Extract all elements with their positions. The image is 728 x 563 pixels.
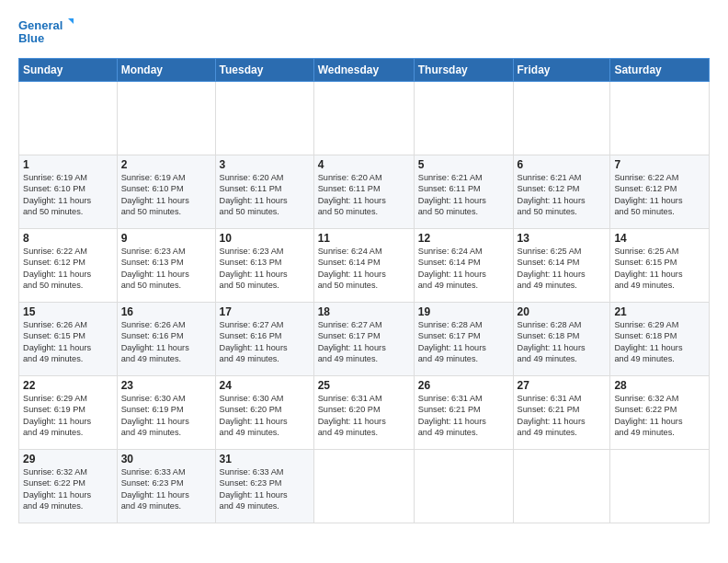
calendar-cell: 13Sunrise: 6:25 AM Sunset: 6:14 PM Dayli… xyxy=(513,229,610,303)
day-info: Sunrise: 6:32 AM Sunset: 6:22 PM Dayligh… xyxy=(23,466,113,512)
calendar-cell: 18Sunrise: 6:27 AM Sunset: 6:17 PM Dayli… xyxy=(313,303,414,376)
day-number: 9 xyxy=(121,232,211,245)
calendar-week-row: 8Sunrise: 6:22 AM Sunset: 6:12 PM Daylig… xyxy=(19,229,710,303)
day-info: Sunrise: 6:19 AM Sunset: 6:10 PM Dayligh… xyxy=(23,172,113,218)
day-number: 24 xyxy=(220,379,310,392)
day-number: 18 xyxy=(318,305,410,318)
calendar-cell: 8Sunrise: 6:22 AM Sunset: 6:12 PM Daylig… xyxy=(19,229,118,303)
calendar-week-row: 1Sunrise: 6:19 AM Sunset: 6:10 PM Daylig… xyxy=(19,155,710,229)
svg-text:Blue: Blue xyxy=(18,31,44,45)
day-info: Sunrise: 6:26 AM Sunset: 6:16 PM Dayligh… xyxy=(121,319,211,365)
calendar-table: SundayMondayTuesdayWednesdayThursdayFrid… xyxy=(18,58,710,523)
svg-marker-2 xyxy=(68,18,74,26)
day-number: 12 xyxy=(418,232,509,245)
day-info: Sunrise: 6:23 AM Sunset: 6:13 PM Dayligh… xyxy=(121,246,211,292)
calendar-header-row: SundayMondayTuesdayWednesdayThursdayFrid… xyxy=(19,59,710,82)
day-info: Sunrise: 6:24 AM Sunset: 6:14 PM Dayligh… xyxy=(418,246,509,292)
day-number: 23 xyxy=(121,379,211,392)
calendar-cell: 3Sunrise: 6:20 AM Sunset: 6:11 PM Daylig… xyxy=(215,155,313,229)
calendar-week-row: 15Sunrise: 6:26 AM Sunset: 6:15 PM Dayli… xyxy=(19,303,710,376)
day-info: Sunrise: 6:28 AM Sunset: 6:18 PM Dayligh… xyxy=(518,319,607,365)
svg-text:General: General xyxy=(18,18,63,32)
day-info: Sunrise: 6:30 AM Sunset: 6:20 PM Dayligh… xyxy=(220,393,310,439)
calendar-cell: 27Sunrise: 6:31 AM Sunset: 6:21 PM Dayli… xyxy=(513,376,610,450)
calendar-cell: 23Sunrise: 6:30 AM Sunset: 6:19 PM Dayli… xyxy=(117,376,215,450)
calendar-cell xyxy=(414,450,513,523)
day-info: Sunrise: 6:32 AM Sunset: 6:22 PM Dayligh… xyxy=(614,393,705,439)
day-info: Sunrise: 6:26 AM Sunset: 6:15 PM Dayligh… xyxy=(23,319,113,365)
calendar-cell: 16Sunrise: 6:26 AM Sunset: 6:16 PM Dayli… xyxy=(117,303,215,376)
calendar-cell xyxy=(19,82,118,155)
weekday-header: Friday xyxy=(513,59,610,82)
day-info: Sunrise: 6:19 AM Sunset: 6:10 PM Dayligh… xyxy=(121,172,211,218)
day-info: Sunrise: 6:31 AM Sunset: 6:21 PM Dayligh… xyxy=(418,393,509,439)
calendar-cell: 26Sunrise: 6:31 AM Sunset: 6:21 PM Dayli… xyxy=(414,376,513,450)
day-info: Sunrise: 6:21 AM Sunset: 6:12 PM Dayligh… xyxy=(518,172,607,218)
weekday-header: Saturday xyxy=(610,59,710,82)
day-info: Sunrise: 6:31 AM Sunset: 6:20 PM Dayligh… xyxy=(318,393,410,439)
day-number: 21 xyxy=(614,305,705,318)
day-number: 20 xyxy=(518,305,607,318)
day-number: 7 xyxy=(614,158,705,171)
day-number: 2 xyxy=(121,158,211,171)
calendar-cell xyxy=(610,82,710,155)
calendar-cell xyxy=(610,450,710,523)
day-info: Sunrise: 6:22 AM Sunset: 6:12 PM Dayligh… xyxy=(23,246,113,292)
calendar-cell: 6Sunrise: 6:21 AM Sunset: 6:12 PM Daylig… xyxy=(513,155,610,229)
calendar-cell: 11Sunrise: 6:24 AM Sunset: 6:14 PM Dayli… xyxy=(313,229,414,303)
calendar-cell: 31Sunrise: 6:33 AM Sunset: 6:23 PM Dayli… xyxy=(215,450,313,523)
day-info: Sunrise: 6:25 AM Sunset: 6:15 PM Dayligh… xyxy=(614,246,705,292)
day-number: 16 xyxy=(121,305,211,318)
calendar-cell: 21Sunrise: 6:29 AM Sunset: 6:18 PM Dayli… xyxy=(610,303,710,376)
calendar-cell: 15Sunrise: 6:26 AM Sunset: 6:15 PM Dayli… xyxy=(19,303,118,376)
day-number: 25 xyxy=(318,379,410,392)
day-number: 3 xyxy=(220,158,310,171)
calendar-cell: 28Sunrise: 6:32 AM Sunset: 6:22 PM Dayli… xyxy=(610,376,710,450)
calendar-cell xyxy=(313,450,414,523)
weekday-header: Tuesday xyxy=(215,59,313,82)
calendar-cell: 19Sunrise: 6:28 AM Sunset: 6:17 PM Dayli… xyxy=(414,303,513,376)
calendar-cell: 17Sunrise: 6:27 AM Sunset: 6:16 PM Dayli… xyxy=(215,303,313,376)
weekday-header: Monday xyxy=(117,59,215,82)
calendar-week-row: 22Sunrise: 6:29 AM Sunset: 6:19 PM Dayli… xyxy=(19,376,710,450)
day-number: 8 xyxy=(23,232,113,245)
day-info: Sunrise: 6:33 AM Sunset: 6:23 PM Dayligh… xyxy=(121,466,211,512)
day-number: 29 xyxy=(23,453,113,465)
header: General Blue xyxy=(18,17,710,49)
weekday-header: Thursday xyxy=(414,59,513,82)
day-number: 5 xyxy=(418,158,509,171)
day-number: 11 xyxy=(318,232,410,245)
calendar-cell xyxy=(414,82,513,155)
calendar-cell: 2Sunrise: 6:19 AM Sunset: 6:10 PM Daylig… xyxy=(117,155,215,229)
day-number: 31 xyxy=(220,453,310,465)
calendar-cell xyxy=(513,450,610,523)
day-number: 15 xyxy=(23,305,113,318)
calendar-cell: 29Sunrise: 6:32 AM Sunset: 6:22 PM Dayli… xyxy=(19,450,118,523)
day-number: 28 xyxy=(614,379,705,392)
day-info: Sunrise: 6:22 AM Sunset: 6:12 PM Dayligh… xyxy=(614,172,705,218)
day-info: Sunrise: 6:27 AM Sunset: 6:16 PM Dayligh… xyxy=(220,319,310,365)
calendar-week-row: 29Sunrise: 6:32 AM Sunset: 6:22 PM Dayli… xyxy=(19,450,710,523)
day-info: Sunrise: 6:33 AM Sunset: 6:23 PM Dayligh… xyxy=(220,466,310,512)
calendar-cell: 25Sunrise: 6:31 AM Sunset: 6:20 PM Dayli… xyxy=(313,376,414,450)
day-info: Sunrise: 6:21 AM Sunset: 6:11 PM Dayligh… xyxy=(418,172,509,218)
day-number: 22 xyxy=(23,379,113,392)
calendar-page: General Blue SundayMondayTuesdayWednesda… xyxy=(0,0,728,563)
day-number: 10 xyxy=(220,232,310,245)
logo-svg: General Blue xyxy=(18,17,74,49)
calendar-cell: 22Sunrise: 6:29 AM Sunset: 6:19 PM Dayli… xyxy=(19,376,118,450)
day-number: 17 xyxy=(220,305,310,318)
calendar-cell xyxy=(313,82,414,155)
calendar-cell xyxy=(117,82,215,155)
day-info: Sunrise: 6:31 AM Sunset: 6:21 PM Dayligh… xyxy=(518,393,607,439)
day-info: Sunrise: 6:28 AM Sunset: 6:17 PM Dayligh… xyxy=(418,319,509,365)
day-number: 26 xyxy=(418,379,509,392)
day-number: 6 xyxy=(518,158,607,171)
weekday-header: Wednesday xyxy=(313,59,414,82)
day-info: Sunrise: 6:29 AM Sunset: 6:19 PM Dayligh… xyxy=(23,393,113,439)
day-info: Sunrise: 6:23 AM Sunset: 6:13 PM Dayligh… xyxy=(220,246,310,292)
calendar-week-row xyxy=(19,82,710,155)
day-number: 14 xyxy=(614,232,705,245)
day-number: 27 xyxy=(518,379,607,392)
day-number: 4 xyxy=(318,158,410,171)
